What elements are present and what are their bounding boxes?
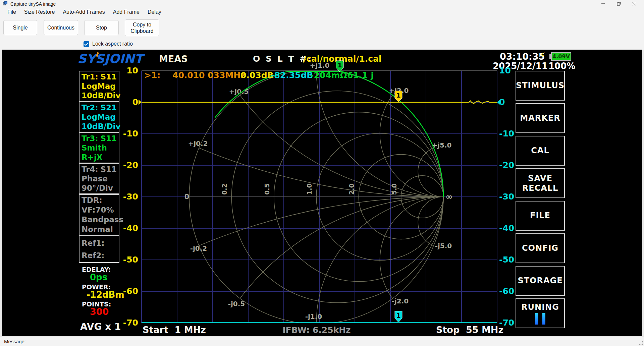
- marker-tr3-resistance: -204mΩ: [310, 70, 347, 80]
- stop-button[interactable]: Stop: [84, 20, 119, 35]
- lock-aspect-checkbox[interactable]: [84, 41, 89, 47]
- restore-icon: [617, 2, 621, 6]
- copy-to-clipboard-button[interactable]: Copy to Clipboard: [125, 19, 159, 36]
- trace-setting-text: Phase: [82, 174, 108, 183]
- trace-setting-line: Ref2:: [82, 251, 117, 260]
- menu-add-frame[interactable]: Add Frame: [109, 8, 144, 16]
- trace-setting-text: Bandpass: [82, 215, 123, 224]
- ref-settings[interactable]: Ref1:Ref2:: [79, 235, 119, 263]
- status-message-label: Message:: [4, 339, 26, 344]
- trace3-settings[interactable]: Tr3:S11SmithR+jX: [79, 132, 119, 163]
- trace-setting-text: Tr2:: [82, 103, 98, 112]
- trace-setting-line: R+jX: [82, 153, 117, 162]
- stop-frequency-label[interactable]: Stop 55 MHz: [436, 325, 497, 335]
- device-button-label: STIMULUS: [516, 81, 565, 91]
- edelay-value[interactable]: 0ps: [90, 272, 107, 282]
- smith-reactance-label: -j1.0: [305, 312, 322, 321]
- device-button-label: FILE: [530, 211, 550, 221]
- close-icon: [632, 2, 636, 6]
- trace-setting-text: Tr1:: [82, 72, 98, 81]
- trace-setting-line: Tr4:S11: [82, 165, 117, 174]
- smith-reactance-label: -j0.2: [190, 244, 207, 252]
- smith-resistance-label: 1.0: [306, 183, 313, 195]
- trace-setting-text: Tr3:: [82, 134, 98, 143]
- smith-resistance-label: 2.0: [348, 183, 355, 195]
- device-button-label: STORAGE: [518, 276, 562, 286]
- menu-auto-add-frames[interactable]: Auto-Add Frames: [59, 8, 109, 16]
- trace-setting-line: Tr3:S11: [82, 134, 117, 143]
- trace4-settings[interactable]: Tr4:S11Phase90°/Div: [79, 163, 119, 194]
- marker-tr2-value: -82.35dB: [271, 70, 313, 80]
- trace-setting-line: 90°/Div: [82, 183, 117, 193]
- device-button-label: RUNING: [521, 302, 559, 312]
- trace-setting-text: S11: [100, 134, 117, 143]
- y-axis-left-tick: -50: [117, 255, 138, 265]
- points-value[interactable]: 300: [90, 306, 109, 317]
- trace-setting-text: 10dB/Div: [82, 91, 120, 100]
- start-frequency-label[interactable]: Start 1 MHz: [143, 325, 206, 335]
- pause-bar: [542, 313, 545, 325]
- smith-resistance-label: ∞: [446, 192, 453, 201]
- marker-tr1-value: 0.03dB: [240, 70, 274, 80]
- menu-delay[interactable]: Delay: [144, 8, 165, 16]
- device-button-config[interactable]: CONFIG: [516, 233, 565, 263]
- device-screen: SYSJOINT MEAS O S L T #: /cal/normal/1.c…: [2, 50, 642, 336]
- trace-setting-line: Tr1:S11: [82, 72, 117, 81]
- smith-resistance-label: 0.2: [221, 183, 228, 195]
- device-button-stimulus[interactable]: STIMULUS: [516, 71, 565, 101]
- trace-setting-text: R+jX: [82, 153, 103, 162]
- y-axis-left-tick: -30: [117, 192, 138, 201]
- power-value[interactable]: -12dBm: [87, 290, 124, 300]
- device-button-file[interactable]: FILE: [516, 201, 565, 231]
- status-bar: Message:: [0, 336, 644, 346]
- app-icon: [3, 1, 8, 6]
- device-button-save-recall[interactable]: SAVE RECALL: [516, 168, 565, 198]
- marker-flag-number: 1: [337, 61, 342, 69]
- window-title: Capture tinySA image: [10, 1, 56, 7]
- trace-setting-line: Phase: [82, 174, 117, 183]
- device-button-label: MARKER: [520, 113, 560, 123]
- trace-setting-line: VF:70%: [82, 205, 117, 215]
- ref-arrow-left: [139, 100, 142, 105]
- trace-setting-line: TDR:: [82, 195, 117, 205]
- trace-setting-line: LogMag: [82, 112, 117, 122]
- marker-flag-number: 1: [396, 312, 400, 319]
- device-button-label: SAVE RECALL: [522, 174, 558, 193]
- close-button[interactable]: [627, 0, 641, 7]
- ifbw-label: IFBW: 6.25kHz: [279, 325, 354, 335]
- trace-setting-line: Ref1:: [82, 238, 117, 248]
- trace-setting-text: LogMag: [82, 81, 116, 91]
- trace-setting-text: Tr4:: [82, 165, 98, 174]
- tdr-settings[interactable]: TDR:VF:70%BandpassNormal: [79, 194, 119, 235]
- smith-reactance-label: +j5.0: [432, 141, 451, 149]
- continuous-button[interactable]: Continuous: [44, 20, 78, 35]
- y-axis-left-tick: -20: [117, 160, 138, 170]
- pause-icon: [535, 313, 545, 325]
- resize-grip[interactable]: [639, 341, 643, 345]
- y-axis-left-tick: -10: [117, 129, 138, 138]
- single-button[interactable]: Single: [3, 20, 37, 35]
- minimize-button[interactable]: [596, 0, 610, 7]
- device-button-cal[interactable]: CAL: [516, 136, 565, 166]
- marker-frequency: 40.010 033MHz: [172, 70, 246, 80]
- marker-prefix: >1:: [144, 70, 160, 80]
- trace-setting-text: LogMag: [82, 112, 116, 122]
- trace-setting-text: S11: [100, 165, 117, 174]
- device-button-marker[interactable]: MARKER: [516, 103, 565, 133]
- menu-size-restore[interactable]: Size Restore: [20, 8, 59, 16]
- smith-reactance-label: -j2.0: [392, 297, 409, 305]
- trace1-settings[interactable]: Tr1:S11LogMag10dB/Div: [79, 71, 119, 102]
- y-axis-left-tick: -40: [117, 223, 138, 233]
- device-button-storage[interactable]: STORAGE: [516, 266, 565, 296]
- smith-resistance-label: 0.5: [263, 183, 271, 195]
- avg-label[interactable]: AVG x 1: [80, 321, 121, 332]
- trace-setting-text: S21: [100, 103, 117, 112]
- device-button-runing[interactable]: RUNING: [516, 298, 565, 328]
- restore-button[interactable]: [611, 0, 626, 7]
- trace-setting-text: 10dB/Div: [82, 122, 120, 131]
- trace-setting-line: Tr2:S21: [82, 103, 117, 112]
- trace2-settings[interactable]: Tr2:S21LogMag10dB/Div: [79, 102, 119, 132]
- marker-tr3-reactance: 61.1 j: [347, 70, 374, 80]
- y-axis-left-tick: 10: [117, 66, 138, 75]
- menu-file[interactable]: File: [3, 8, 20, 16]
